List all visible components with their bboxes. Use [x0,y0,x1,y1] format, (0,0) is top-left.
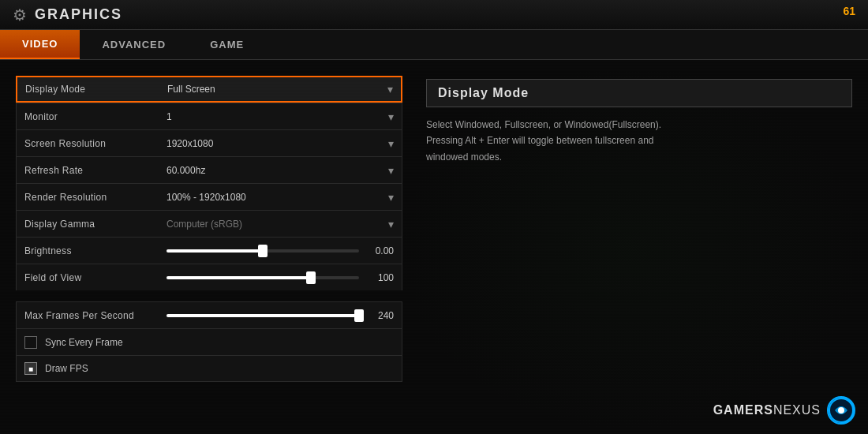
tab-advanced[interactable]: ADVANCED [80,30,188,59]
field-of-view-value: 100 [365,272,394,283]
display-gamma-value-container: Computer (sRGB) ▾ [166,218,394,230]
display-gamma-arrow: ▾ [388,218,394,230]
display-mode-value-container: Full Screen ▾ [167,83,393,95]
brightness-label: Brightness [24,245,166,256]
info-title-box: Display Mode [426,79,852,107]
field-of-view-slider-container[interactable]: 100 [166,272,394,283]
render-resolution-row[interactable]: Render Resolution 100% - 1920x1080 ▾ [16,183,402,210]
settings-panel: Display Mode Full Screen ▾ Monitor 1 ▾ S… [16,76,402,415]
field-of-view-track [166,276,359,279]
draw-fps-row[interactable]: ■ Draw FPS [16,355,402,382]
sync-every-frame-checkbox[interactable] [24,336,37,349]
monitor-row[interactable]: Monitor 1 ▾ [16,103,402,129]
tab-game[interactable]: GAME [188,30,266,59]
brightness-slider-container[interactable]: 0.00 [166,245,394,256]
brightness-track [166,249,359,253]
max-frames-thumb[interactable] [354,309,364,322]
monitor-value-container: 1 ▾ [166,110,394,123]
monitor-value: 1 [166,111,172,122]
tab-video[interactable]: VIDEO [0,30,80,59]
info-description: Select Windowed, Fullscreen, or Windowed… [426,117,694,165]
max-frames-fill [166,314,359,317]
screen-resolution-row[interactable]: Screen Resolution 1920x1080 ▾ [16,129,402,156]
max-frames-row[interactable]: Max Frames Per Second 240 [16,301,402,328]
refresh-rate-value: 60.000hz [166,165,205,176]
monitor-label: Monitor [24,111,166,122]
info-title: Display Mode [438,86,529,99]
display-gamma-value: Computer (sRGB) [166,219,242,230]
main-content: Display Mode Full Screen ▾ Monitor 1 ▾ S… [0,60,868,431]
max-frames-track [166,314,359,317]
screen-resolution-value-container: 1920x1080 ▾ [166,137,394,150]
screen-resolution-label: Screen Resolution [24,138,166,149]
draw-fps-label: Draw FPS [45,363,88,374]
render-resolution-arrow: ▾ [388,191,394,204]
screen-resolution-value: 1920x1080 [166,138,213,149]
max-frames-label: Max Frames Per Second [24,310,166,321]
display-gamma-row[interactable]: Display Gamma Computer (sRGB) ▾ [16,210,402,237]
display-mode-arrow: ▾ [387,83,393,95]
draw-fps-checkbox[interactable]: ■ [24,362,37,375]
sync-every-frame-label: Sync Every Frame [45,337,123,348]
max-frames-value: 240 [365,310,394,321]
display-gamma-label: Display Gamma [24,219,166,230]
render-resolution-label: Render Resolution [24,192,166,203]
refresh-rate-label: Refresh Rate [24,165,166,176]
page-title: GRAPHICS [35,6,122,23]
refresh-rate-value-container: 60.000hz ▾ [166,164,394,177]
sync-every-frame-row[interactable]: Sync Every Frame [16,328,402,355]
screen-resolution-arrow: ▾ [388,137,394,150]
brightness-thumb[interactable] [258,245,268,257]
field-of-view-label: Field of View [24,272,166,283]
info-panel: Display Mode Select Windowed, Fullscreen… [426,76,852,415]
display-mode-label: Display Mode [25,84,167,95]
display-mode-value: Full Screen [167,84,215,95]
refresh-rate-arrow: ▾ [388,164,394,177]
field-of-view-fill [166,276,311,279]
display-mode-row[interactable]: Display Mode Full Screen ▾ [16,76,402,103]
brightness-fill [166,249,263,253]
tab-bar: VIDEO ADVANCED GAME [0,30,868,60]
field-of-view-thumb[interactable] [306,271,316,284]
gear-icon: ⚙ [13,6,27,24]
render-resolution-value-container: 100% - 1920x1080 ▾ [166,191,394,204]
field-of-view-row[interactable]: Field of View 100 [16,264,402,290]
brightness-value: 0.00 [365,245,394,256]
checkmark-icon: ■ [28,365,33,373]
brightness-row[interactable]: Brightness 0.00 [16,237,402,264]
render-resolution-value: 100% - 1920x1080 [166,192,246,203]
header-number: 61 [843,5,855,17]
header-bar: ⚙ GRAPHICS 61 [0,0,868,30]
refresh-rate-row[interactable]: Refresh Rate 60.000hz ▾ [16,156,402,183]
max-frames-slider-container[interactable]: 240 [166,310,394,321]
monitor-arrow: ▾ [388,110,394,123]
